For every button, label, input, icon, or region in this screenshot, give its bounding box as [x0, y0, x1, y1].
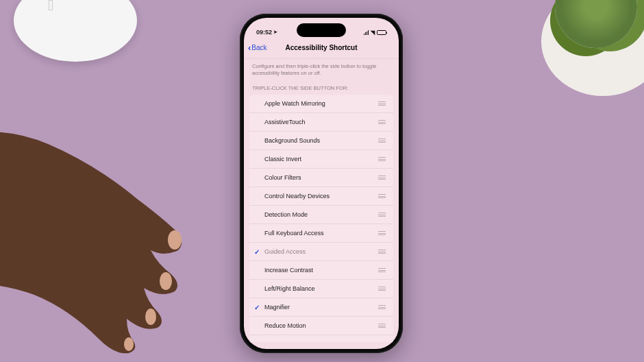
battery-icon: [377, 30, 386, 35]
item-label: Detection Mode: [264, 211, 378, 218]
phone-screen: 09:52 ➤ ◥ ‹ Back Accessibility Shortcut …: [244, 18, 399, 349]
drag-handle-icon[interactable]: [378, 101, 388, 106]
item-label: Guided Access: [264, 248, 378, 255]
drag-handle-icon[interactable]: [378, 231, 388, 235]
checkmark-icon: ✓: [249, 248, 264, 256]
shortcut-list: Apple Watch MirroringAssistiveTouchBackg…: [249, 95, 393, 342]
drag-handle-icon[interactable]: [378, 120, 388, 124]
page-title: Accessibility Shortcut: [285, 44, 357, 51]
apple-logo-icon: : [48, 0, 53, 14]
dynamic-island: [297, 23, 346, 37]
item-label: Classic Invert: [264, 156, 378, 162]
list-item[interactable]: Classic Invert: [249, 150, 393, 169]
svg-point-3: [124, 337, 134, 351]
svg-point-2: [145, 309, 156, 325]
item-label: AssistiveTouch: [264, 119, 378, 125]
drag-handle-icon[interactable]: [378, 305, 388, 309]
item-label: Reduce Transparency: [264, 341, 378, 342]
drag-handle-icon[interactable]: [378, 138, 388, 143]
plant-prop: [541, 0, 644, 96]
status-time-group: 09:52 ➤: [256, 29, 277, 36]
cellular-icon: [364, 30, 369, 35]
item-label: Background Sounds: [264, 137, 378, 144]
item-label: Control Nearby Devices: [264, 193, 378, 200]
wifi-icon: ◥: [371, 29, 375, 36]
list-item[interactable]: Detection Mode: [249, 206, 393, 224]
drag-handle-icon[interactable]: [378, 157, 388, 161]
svg-point-0: [168, 230, 182, 250]
list-item[interactable]: Background Sounds: [249, 132, 393, 150]
status-icons-group: ◥: [364, 29, 387, 36]
drag-handle-icon[interactable]: [378, 176, 388, 180]
list-item[interactable]: Increase Contrast: [249, 261, 393, 280]
list-item[interactable]: ✓Magnifier: [249, 298, 393, 317]
item-label: Magnifier: [264, 304, 378, 311]
list-item[interactable]: Control Nearby Devices: [249, 187, 393, 206]
drag-handle-icon[interactable]: [378, 324, 388, 328]
mouse-prop: : [14, 0, 137, 62]
hand-prop: [0, 96, 219, 357]
status-time: 09:52: [256, 29, 272, 36]
list-item[interactable]: Left/Right Balance: [249, 280, 393, 298]
item-label: Increase Contrast: [264, 267, 378, 274]
item-label: Left/Right Balance: [264, 285, 378, 292]
navigation-bar: ‹ Back Accessibility Shortcut: [244, 40, 399, 59]
back-button[interactable]: ‹ Back: [248, 43, 267, 53]
drag-handle-icon[interactable]: [378, 268, 388, 272]
list-item[interactable]: Colour Filters: [249, 169, 393, 187]
section-description: Configure and then triple-click the side…: [244, 59, 399, 84]
checkmark-icon: ✓: [249, 304, 264, 311]
drag-handle-icon[interactable]: [378, 194, 388, 198]
item-label: Colour Filters: [264, 174, 378, 181]
location-icon: ➤: [273, 29, 277, 35]
list-item[interactable]: AssistiveTouch: [249, 113, 393, 132]
item-label: Apple Watch Mirroring: [264, 100, 378, 107]
list-item[interactable]: ✓Guided Access: [249, 243, 393, 261]
drag-handle-icon[interactable]: [378, 287, 388, 291]
chevron-left-icon: ‹: [248, 43, 251, 53]
section-header: TRIPLE-CLICK THE SIDE BUTTON FOR:: [244, 84, 399, 95]
list-item[interactable]: Reduce Motion: [249, 317, 393, 335]
drag-handle-icon[interactable]: [378, 250, 388, 254]
item-label: Full Keyboard Access: [264, 230, 378, 237]
drag-handle-icon[interactable]: [378, 213, 388, 217]
list-item[interactable]: Full Keyboard Access: [249, 224, 393, 243]
item-label: Reduce Motion: [264, 322, 378, 329]
back-label: Back: [251, 44, 267, 51]
list-item[interactable]: Apple Watch Mirroring: [249, 95, 393, 113]
iphone-device: 09:52 ➤ ◥ ‹ Back Accessibility Shortcut …: [240, 14, 403, 353]
svg-point-1: [160, 272, 172, 290]
list-item[interactable]: Reduce Transparency: [249, 335, 393, 342]
scroll-content[interactable]: Configure and then triple-click the side…: [244, 59, 399, 342]
